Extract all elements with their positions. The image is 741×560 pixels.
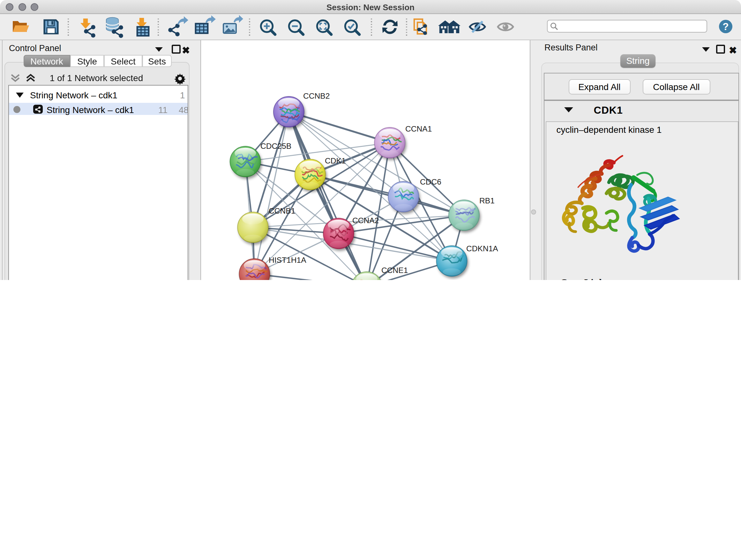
- svg-text:HIST1H1A: HIST1H1A: [269, 256, 307, 264]
- svg-text:CDK1: CDK1: [325, 157, 346, 165]
- svg-text:CDKN1A: CDKN1A: [466, 244, 498, 253]
- svg-text:?: ?: [723, 21, 729, 32]
- svg-text:CCNB1: CCNB1: [269, 206, 295, 215]
- svg-text:CCNA2: CCNA2: [352, 216, 379, 225]
- svg-text:CCNB2: CCNB2: [303, 91, 330, 100]
- svg-text:CCNE1: CCNE1: [381, 266, 408, 274]
- svg-text:CCNA1: CCNA1: [405, 125, 432, 133]
- svg-text:RB1: RB1: [479, 196, 495, 205]
- svg-text:CDC6: CDC6: [420, 178, 441, 186]
- svg-text:CDC25B: CDC25B: [260, 142, 291, 150]
